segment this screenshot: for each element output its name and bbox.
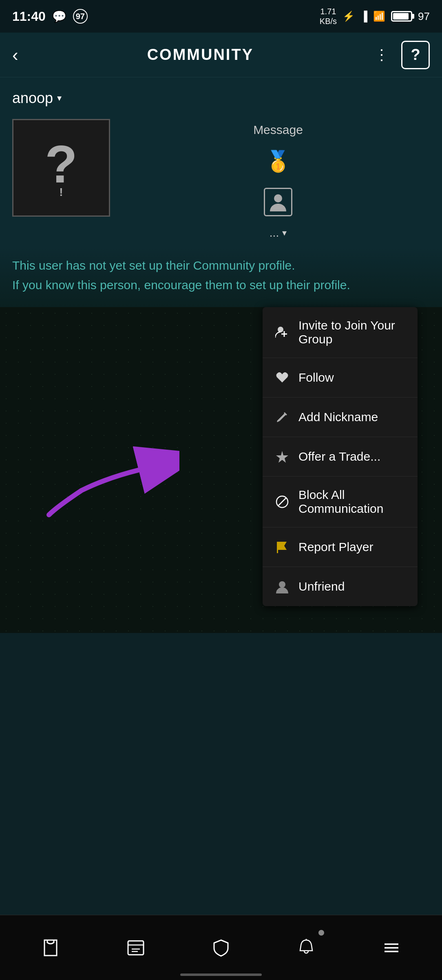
nav-item-notifications[interactable] <box>290 932 323 964</box>
trade-icon <box>274 448 290 465</box>
menu-item-report-label: Report Player <box>298 540 373 554</box>
status-left: 11:40 💬 97 <box>12 9 88 24</box>
profile-section: anoop ▾ ?! Message 🥇 ... <box>0 77 442 248</box>
nav-item-store[interactable] <box>34 932 67 964</box>
menu-item-nickname-label: Add Nickname <box>298 410 378 424</box>
back-button[interactable]: ‹ <box>12 46 18 64</box>
more-arrow-icon: ▾ <box>282 228 287 238</box>
nav-item-menu[interactable] <box>375 932 408 964</box>
username-label: anoop <box>12 90 53 107</box>
message-label: Message <box>253 123 303 137</box>
more-dots: ... <box>270 226 279 240</box>
menu-item-nickname[interactable]: Add Nickname <box>263 398 418 437</box>
svg-line-7 <box>278 498 286 506</box>
app-header: ‹ COMMUNITY ⋮ ? <box>0 33 442 77</box>
speed-indicator: 1.71KB/s <box>320 7 337 26</box>
status-bar: 11:40 💬 97 1.71KB/s ⚡ ▐ 📶 97 <box>0 0 442 33</box>
dark-background-area: Invite to Join Your Group Follow Add Nic… <box>0 307 442 633</box>
menu-item-report[interactable]: Report Player <box>263 527 418 567</box>
profile-card-button[interactable] <box>262 186 294 218</box>
follow-icon <box>274 369 290 386</box>
more-actions-button[interactable]: ... ▾ <box>270 226 287 240</box>
home-indicator <box>180 973 262 976</box>
block-icon <box>274 494 290 510</box>
svg-point-4 <box>284 334 285 334</box>
nav-item-shield[interactable] <box>205 932 237 964</box>
svg-rect-11 <box>128 941 144 955</box>
status-time: 11:40 <box>12 9 46 24</box>
nickname-icon <box>274 409 290 425</box>
menu-item-unfriend[interactable]: Unfriend <box>263 567 418 606</box>
medal-icon: 🥇 <box>265 149 291 173</box>
menu-item-trade-label: Offer a Trade... <box>298 450 380 464</box>
menu-item-invite-label: Invite to Join Your Group <box>298 319 406 346</box>
svg-point-9 <box>279 581 285 588</box>
invite-icon <box>274 324 290 341</box>
menu-item-block-label: Block All Communication <box>298 488 406 516</box>
notification-dot <box>318 930 324 936</box>
report-icon <box>274 539 290 555</box>
svg-point-0 <box>274 194 282 202</box>
menu-item-trade[interactable]: Offer a Trade... <box>263 437 418 477</box>
avatar-placeholder: ?! <box>45 138 77 198</box>
nav-item-activity[interactable] <box>119 932 152 964</box>
profile-content: ?! Message 🥇 ... ▾ <box>12 119 430 240</box>
battery-fill <box>393 13 409 20</box>
battery-status-icon: 97 <box>73 9 88 24</box>
signal-icon: ▐ <box>360 11 367 22</box>
bluetooth-icon: ⚡ <box>343 11 355 22</box>
menu-item-follow[interactable]: Follow <box>263 358 418 398</box>
menu-item-unfriend-label: Unfriend <box>298 580 345 593</box>
unfriend-icon <box>274 578 290 595</box>
bottom-navigation <box>0 915 442 980</box>
menu-item-invite[interactable]: Invite to Join Your Group <box>263 307 418 358</box>
medal-button[interactable]: 🥇 <box>262 145 294 178</box>
profile-actions: Message 🥇 ... ▾ <box>126 119 430 240</box>
wifi-icon: 📶 <box>373 11 385 22</box>
arrow-annotation <box>24 442 179 531</box>
help-button[interactable]: ? <box>401 41 430 69</box>
battery-icon <box>391 11 412 22</box>
username-row: anoop ▾ <box>12 90 430 107</box>
avatar: ?! <box>12 119 110 217</box>
status-right: 1.71KB/s ⚡ ▐ 📶 97 <box>320 7 430 26</box>
description-text: This user has not yet set up their Commu… <box>12 256 430 295</box>
more-options-button[interactable]: ⋮ <box>374 46 389 64</box>
page-title: COMMUNITY <box>27 46 374 64</box>
username-dropdown-arrow[interactable]: ▾ <box>57 93 62 103</box>
svg-marker-5 <box>276 451 288 463</box>
battery-percent: 97 <box>418 10 430 23</box>
svg-rect-8 <box>277 542 278 553</box>
person-icon <box>264 188 292 216</box>
whatsapp-icon: 💬 <box>52 10 66 23</box>
context-menu: Invite to Join Your Group Follow Add Nic… <box>263 307 418 606</box>
menu-item-block[interactable]: Block All Communication <box>263 477 418 527</box>
description-section: This user has not yet set up their Commu… <box>0 248 442 307</box>
menu-item-follow-label: Follow <box>298 371 334 385</box>
